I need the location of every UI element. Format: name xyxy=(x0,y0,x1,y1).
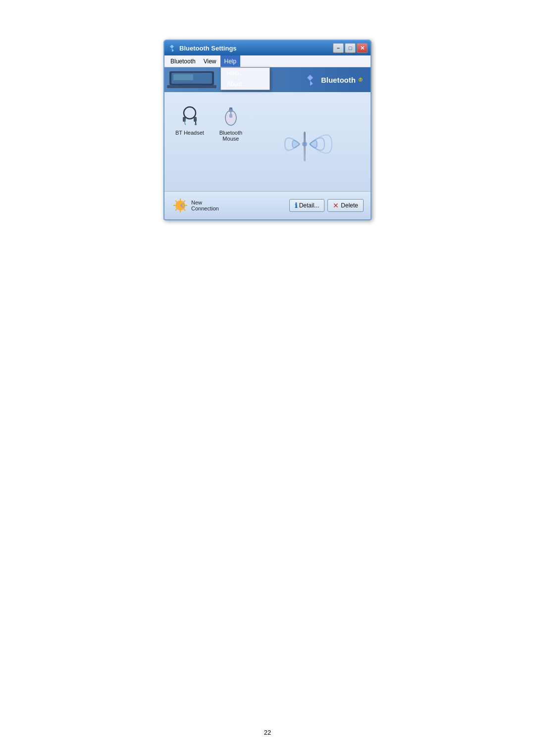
minimize-button[interactable]: − xyxy=(333,43,344,53)
svg-line-22 xyxy=(184,201,185,202)
content-area: BT Headset Bl xyxy=(164,92,371,191)
bluetooth-brand: Bluetooth ® xyxy=(304,74,363,86)
svg-rect-13 xyxy=(229,107,232,109)
svg-line-21 xyxy=(184,209,185,210)
about-item[interactable]: About… xyxy=(221,79,269,90)
menu-view[interactable]: View xyxy=(200,55,220,67)
new-connection-icon xyxy=(171,197,189,214)
svg-rect-6 xyxy=(194,117,197,122)
svg-rect-3 xyxy=(173,74,193,80)
action-buttons: ℹ Detail... ✕ Delete xyxy=(289,199,364,212)
bluetooth-settings-window: Bluetooth Settings − □ ✕ Bluetooth View … xyxy=(163,40,372,220)
delete-button[interactable]: ✕ Delete xyxy=(327,199,364,212)
delete-icon: ✕ xyxy=(333,202,339,209)
signal-visualization xyxy=(239,97,371,191)
new-connection-label: NewConnection xyxy=(191,200,219,211)
title-bar: Bluetooth Settings − □ ✕ xyxy=(164,41,371,55)
page-number: 22 xyxy=(264,729,271,736)
svg-line-23 xyxy=(175,209,177,210)
svg-rect-11 xyxy=(229,114,232,118)
detail-icon: ℹ xyxy=(295,202,297,209)
svg-rect-2 xyxy=(167,85,216,88)
brand-label: Bluetooth xyxy=(321,76,356,84)
help-item[interactable]: Help… xyxy=(221,68,269,79)
svg-point-14 xyxy=(302,142,307,147)
bt-headset-label: BT Headset xyxy=(175,130,204,136)
close-button[interactable]: ✕ xyxy=(357,43,368,53)
menu-bluetooth[interactable]: Bluetooth xyxy=(166,55,200,67)
window-controls: − □ ✕ xyxy=(333,43,368,53)
restore-button[interactable]: □ xyxy=(345,43,356,53)
menu-bar: Bluetooth View Help Help… About… xyxy=(164,55,371,67)
svg-line-20 xyxy=(175,201,177,202)
window-title: Bluetooth Settings xyxy=(179,45,333,52)
bottom-bar: NewConnection ℹ Detail... ✕ Delete xyxy=(164,191,371,219)
signal-arcs-icon xyxy=(272,112,337,176)
headset-icon xyxy=(178,103,202,127)
new-connection-button[interactable]: NewConnection xyxy=(171,197,221,214)
detail-button[interactable]: ℹ Detail... xyxy=(289,199,325,212)
menu-help[interactable]: Help Help… About… xyxy=(220,55,241,67)
svg-point-4 xyxy=(184,107,196,119)
help-dropdown: Help… About… xyxy=(220,67,270,90)
bluetooth-title-icon xyxy=(167,44,176,52)
device-bt-headset[interactable]: BT Headset xyxy=(175,103,204,142)
svg-point-8 xyxy=(195,123,197,125)
